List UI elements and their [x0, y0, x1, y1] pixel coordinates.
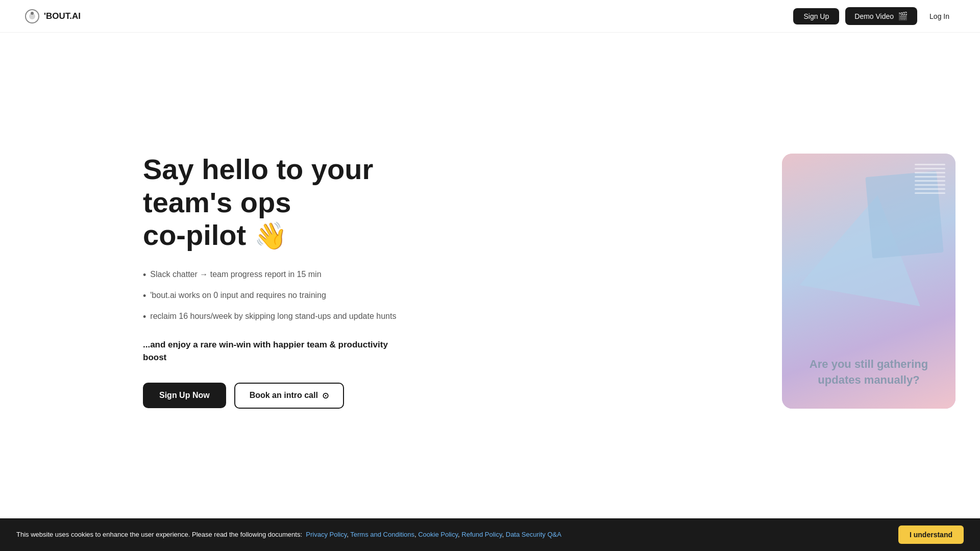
- hero-tagline: ...and enjoy a rare win-win with happier…: [143, 338, 398, 364]
- demo-label: Demo Video: [854, 12, 894, 20]
- hero-cta: Sign Up Now Book an intro call ⊙: [143, 383, 398, 409]
- shape-line-7: [915, 188, 945, 190]
- logo-icon: [24, 9, 40, 24]
- calendar-icon: ⊙: [322, 391, 329, 400]
- nav-signup-button[interactable]: Sign Up: [793, 8, 839, 24]
- signup-hero-button[interactable]: Sign Up Now: [143, 383, 226, 408]
- hero-title-line3: co-pilot: [143, 219, 246, 251]
- shape-line-4: [915, 176, 945, 178]
- logo-text: 'BOUT.AI: [44, 11, 81, 21]
- shape-line-6: [915, 184, 945, 186]
- hero-bullets: Slack chatter → team progress report in …: [143, 268, 398, 324]
- logo[interactable]: 'BOUT.AI: [24, 9, 81, 24]
- hero-image-overlay-text: Are you still gathering updates manually…: [782, 344, 955, 409]
- shape-line-8: [915, 192, 945, 194]
- demo-emoji: 🎬: [898, 11, 908, 21]
- shape-lines: [915, 164, 945, 194]
- hero-content: Say hello to your team's ops co-pilot 👋 …: [143, 153, 398, 408]
- hero-title-line2: team's ops: [143, 186, 291, 218]
- hero-image: Are you still gathering updates manually…: [782, 154, 955, 409]
- hero-title: Say hello to your team's ops co-pilot 👋: [143, 153, 398, 252]
- nav-login-button[interactable]: Log In: [923, 8, 955, 24]
- understand-button[interactable]: I understand: [898, 525, 964, 529]
- intro-call-label: Book an intro call: [250, 391, 318, 400]
- wave-emoji: 👋: [254, 221, 287, 251]
- bullet-2: 'bout.ai works on 0 input and requires n…: [143, 289, 398, 303]
- shape-line-3: [915, 172, 945, 173]
- shape-line-1: [915, 164, 945, 165]
- hero-section: Say hello to your team's ops co-pilot 👋 …: [0, 33, 980, 529]
- svg-point-2: [31, 12, 34, 15]
- nav-actions: Sign Up Demo Video 🎬 Log In: [793, 7, 955, 25]
- bullet-1: Slack chatter → team progress report in …: [143, 268, 398, 282]
- bullet-3: reclaim 16 hours/week by skipping long s…: [143, 310, 398, 324]
- cookie-banner: This website uses cookies to enhance the…: [0, 518, 980, 529]
- shape-line-5: [915, 180, 945, 182]
- hero-title-line1: Say hello to your: [143, 153, 373, 185]
- intro-call-button[interactable]: Book an intro call ⊙: [234, 383, 344, 409]
- nav-demo-button[interactable]: Demo Video 🎬: [845, 7, 917, 25]
- navbar: 'BOUT.AI Sign Up Demo Video 🎬 Log In: [0, 0, 980, 33]
- shape-line-2: [915, 168, 945, 169]
